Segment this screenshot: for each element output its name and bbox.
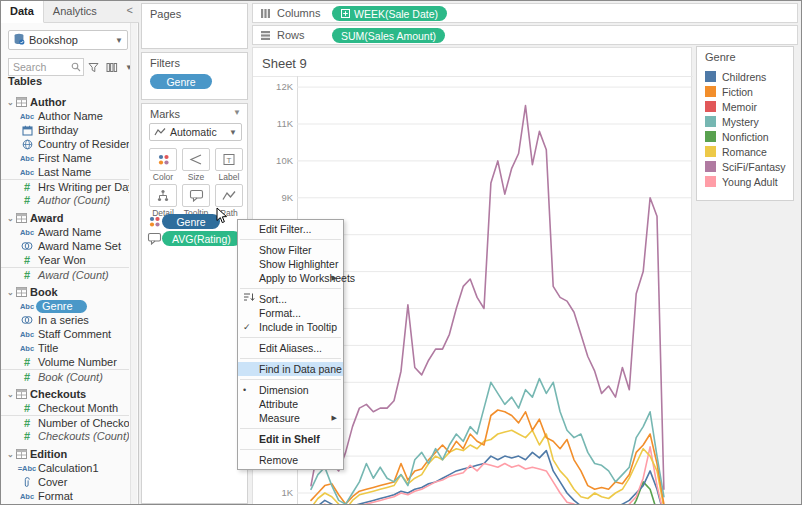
field-hrs-writing-per-day[interactable]: #Hrs Writing per Day — [1, 179, 129, 193]
legend-item-young-adult[interactable]: Young Adult — [697, 174, 793, 189]
field-staff-comment[interactable]: AbcStaff Comment — [1, 327, 129, 341]
menu-item-label: Edit Filter... — [259, 223, 312, 235]
marks-button-tooltip[interactable]: Tooltip — [182, 184, 210, 218]
filters-shelf[interactable]: Filters Genre — [141, 52, 248, 100]
chevron-down-icon[interactable]: ⌄ — [7, 390, 16, 399]
tab-analytics[interactable]: Analytics — [44, 1, 106, 23]
table-row-author[interactable]: ⌄Author — [1, 95, 129, 109]
menu-item-remove[interactable]: Remove — [238, 453, 343, 467]
abc-icon: Abc — [16, 168, 38, 177]
field-in-a-series[interactable]: In a series — [1, 313, 129, 327]
legend-label: Romance — [722, 146, 767, 158]
field-country-of-residence[interactable]: Country of Residence — [1, 137, 129, 151]
view-columns-icon[interactable] — [106, 62, 118, 73]
menu-item-dimension[interactable]: •Dimension — [238, 383, 343, 397]
field-checkouts-count[interactable]: #Checkouts (Count) — [1, 429, 129, 443]
menu-item-attribute[interactable]: Attribute — [238, 397, 343, 411]
field-last-name[interactable]: AbcLast Name — [1, 165, 129, 179]
columns-shelf[interactable]: Columns WEEK(Sale Date) — [252, 3, 798, 23]
field-first-name[interactable]: AbcFirst Name — [1, 151, 129, 165]
chevron-down-icon[interactable]: ▼ — [115, 36, 123, 45]
menu-separator — [240, 288, 341, 289]
field-birthday[interactable]: Birthday — [1, 123, 129, 137]
field-title[interactable]: AbcTitle — [1, 341, 129, 355]
table-row-award[interactable]: ⌄Award — [1, 211, 129, 225]
field-book-count[interactable]: #Book (Count) — [1, 369, 129, 383]
field-award-name-set[interactable]: Award Name Set — [1, 239, 129, 253]
field-label: Checkout Month — [38, 402, 118, 414]
field-checkout-month[interactable]: #Checkout Month — [1, 401, 129, 415]
field-author-name[interactable]: AbcAuthor Name — [1, 109, 129, 123]
marks-button-size[interactable]: Size — [182, 148, 210, 182]
datasource-selector[interactable]: Bookshop ▼ — [8, 30, 128, 50]
hash-icon: # — [16, 254, 38, 266]
menu-item-label: Measure — [259, 412, 300, 424]
table-row-edition[interactable]: ⌄Edition — [1, 447, 129, 461]
menu-item-edit-in-shelf[interactable]: Edit in Shelf — [238, 432, 343, 446]
filter-funnel-icon[interactable] — [88, 62, 99, 73]
hash-icon: # — [16, 269, 38, 281]
mark-type-dropdown[interactable]: Automatic ▼ — [149, 123, 242, 141]
field-volume-number[interactable]: #Volume Number — [1, 355, 129, 369]
menu-item-show-filter[interactable]: Show Filter — [238, 243, 343, 257]
field-year-won[interactable]: #Year Won — [1, 253, 129, 267]
legend-label: Memoir — [722, 101, 757, 113]
legend-item-fiction[interactable]: Fiction — [697, 84, 793, 99]
marks-button-detail[interactable]: Detail — [149, 184, 177, 218]
abc-icon: Abc — [16, 302, 38, 311]
filter-pill-genre[interactable]: Genre — [150, 74, 212, 89]
collapse-pane-icon[interactable]: < — [127, 4, 133, 16]
menu-item-edit-filter[interactable]: Edit Filter... — [238, 222, 343, 236]
menu-separator — [240, 449, 341, 450]
legend-item-childrens[interactable]: Childrens — [697, 69, 793, 84]
menu-item-sort[interactable]: Sort... — [238, 292, 343, 306]
marks-button-label[interactable]: TLabel — [215, 148, 243, 182]
menu-item-show-highlighter[interactable]: Show Highlighter — [238, 257, 343, 271]
legend-item-romance[interactable]: Romance — [697, 144, 793, 159]
legend-item-scifi-fantasy[interactable]: SciFi/Fantasy — [697, 159, 793, 174]
hash-icon: # — [16, 371, 38, 383]
chevron-down-icon[interactable]: ⌄ — [7, 98, 16, 107]
chevron-down-icon[interactable]: ▼ — [233, 108, 241, 117]
legend-item-nonfiction[interactable]: Nonfiction — [697, 129, 793, 144]
marks-pill-genre[interactable]: Genre — [162, 214, 220, 229]
field-genre[interactable]: AbcGenre — [1, 299, 129, 313]
chevron-down-icon[interactable]: ⌄ — [7, 450, 16, 459]
chevron-down-icon[interactable]: ⌄ — [7, 288, 16, 297]
field-award-count[interactable]: #Award (Count) — [1, 267, 129, 281]
field-calculation1[interactable]: =AbcCalculation1 — [1, 461, 129, 475]
field-label: Hrs Writing per Day — [38, 181, 129, 193]
legend-item-memoir[interactable]: Memoir — [697, 99, 793, 114]
field-label: Calculation1 — [38, 462, 99, 474]
menu-item-format[interactable]: Format... — [238, 306, 343, 320]
menu-item-apply-to-worksheets[interactable]: Apply to Worksheets▶ — [238, 271, 343, 285]
menu-item-measure[interactable]: Measure▶ — [238, 411, 343, 425]
field-cover[interactable]: Cover — [1, 475, 129, 489]
marks-button-color[interactable]: Color — [149, 148, 177, 182]
menu-item-edit-aliases[interactable]: Edit Aliases... — [238, 341, 343, 355]
pill-sum-sales-amount[interactable]: SUM(Sales Amount) — [332, 28, 445, 43]
line-chart-plot[interactable] — [297, 76, 691, 504]
table-row-checkouts[interactable]: ⌄Checkouts — [1, 387, 129, 401]
rows-shelf[interactable]: Rows SUM(Sales Amount) — [252, 25, 798, 45]
table-name: Edition — [30, 448, 67, 460]
table-row-book[interactable]: ⌄Book — [1, 285, 129, 299]
field-author-count[interactable]: #Author (Count) — [1, 193, 129, 207]
field-award-name[interactable]: AbcAward Name — [1, 225, 129, 239]
plus-box-icon[interactable] — [341, 9, 350, 18]
series-line-mystery[interactable] — [311, 379, 664, 504]
marks-pill-avg-rating[interactable]: AVG(Rating) — [162, 231, 241, 246]
sidebar-scrollbar[interactable] — [130, 23, 137, 505]
chevron-down-icon[interactable]: ⌄ — [7, 214, 16, 223]
field-number-of-checkouts[interactable]: #Number of Checkouts — [1, 415, 129, 429]
menu-item-find-in-data-pane[interactable]: Find in Data pane — [238, 362, 343, 376]
pages-shelf[interactable]: Pages — [141, 3, 248, 49]
field-format[interactable]: AbcFormat — [1, 489, 129, 503]
menu-item-label: Show Filter — [259, 244, 312, 256]
legend-item-mystery[interactable]: Mystery — [697, 114, 793, 129]
series-line-fiction[interactable] — [311, 410, 664, 504]
menu-separator — [240, 358, 341, 359]
pill-week-sale-date[interactable]: WEEK(Sale Date) — [332, 6, 447, 21]
menu-item-include-in-tooltip[interactable]: ✓Include in Tooltip — [238, 320, 343, 334]
tab-data[interactable]: Data — [1, 1, 44, 23]
